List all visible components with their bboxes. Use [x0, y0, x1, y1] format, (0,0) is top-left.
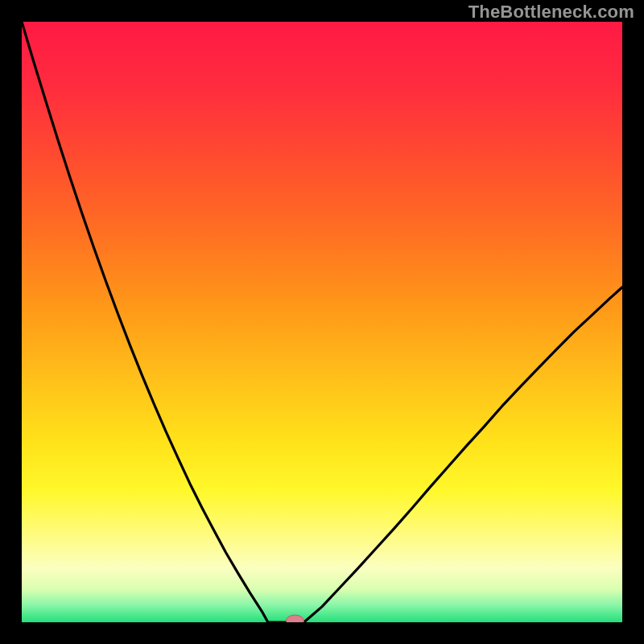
- chart-svg: [22, 22, 622, 622]
- chart-frame: TheBottleneck.com: [0, 0, 644, 644]
- svg-rect-0: [22, 22, 622, 622]
- watermark-text: TheBottleneck.com: [469, 2, 634, 23]
- plot-area: [22, 22, 622, 622]
